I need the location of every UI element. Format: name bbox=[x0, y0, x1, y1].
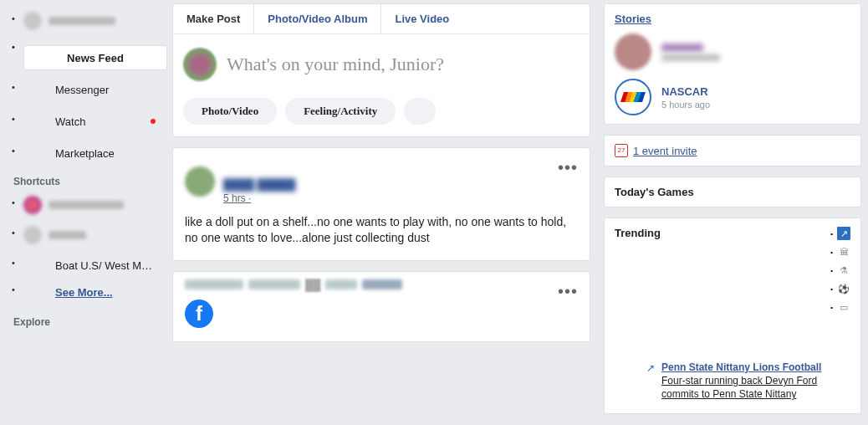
post-author-link[interactable]: ████ █████ bbox=[223, 178, 296, 191]
trending-tab-sports[interactable]: ⚽ bbox=[837, 282, 850, 295]
composer-avatar bbox=[183, 48, 217, 81]
tab-photo-album[interactable]: Photo/Video Album bbox=[254, 4, 381, 33]
shortcut-label: Boat U.S/ West M… bbox=[55, 259, 152, 272]
story-avatar bbox=[615, 33, 651, 70]
stories-heading[interactable]: Stories bbox=[615, 13, 850, 25]
composer-tabs: Make Post Photo/Video Album Live Video bbox=[173, 4, 590, 34]
event-invite-link[interactable]: 1 event invite bbox=[633, 145, 697, 157]
post-meta: ██ bbox=[305, 279, 320, 291]
post-meta[interactable] bbox=[185, 279, 243, 289]
trending-tab-science[interactable]: ⚗ bbox=[837, 264, 850, 277]
tab-make-post[interactable]: Make Post bbox=[173, 4, 254, 33]
story-name bbox=[661, 44, 703, 52]
sidebar-item-label: Messenger bbox=[55, 84, 109, 96]
see-more-link[interactable]: See More... bbox=[8, 279, 172, 305]
post-menu-button[interactable]: ••• bbox=[558, 158, 578, 177]
trending-card: Trending •↗ •🏛 •⚗ •⚽ •▭ ↗ Penn State Nit… bbox=[604, 218, 861, 414]
composer-card: Make Post Photo/Video Album Live Video W… bbox=[172, 3, 590, 137]
stories-card: Stories NASCAR 5 hours ago bbox=[604, 3, 861, 125]
shortcut-label bbox=[49, 231, 86, 239]
post-meta[interactable] bbox=[362, 279, 402, 289]
story-name: NASCAR bbox=[661, 85, 710, 98]
sidebar-item-label: News Feed bbox=[67, 52, 124, 64]
sidebar-item-messenger[interactable]: Messenger bbox=[8, 77, 172, 102]
trending-arrow-icon: ↗ bbox=[646, 361, 655, 375]
trending-description: Four-star running back Devyn Ford commit… bbox=[661, 375, 817, 400]
shortcut-icon bbox=[23, 196, 42, 214]
story-avatar bbox=[615, 79, 651, 115]
story-item[interactable]: NASCAR 5 hours ago bbox=[615, 79, 850, 115]
story-time: 5 hours ago bbox=[661, 100, 710, 110]
sidebar-item-marketplace[interactable]: Marketplace bbox=[8, 141, 172, 166]
sidebar-item-news-feed[interactable]: News Feed bbox=[23, 45, 167, 70]
composer-more-button[interactable] bbox=[404, 98, 436, 125]
calendar-icon: 27 bbox=[615, 144, 628, 157]
shortcuts-heading: Shortcuts bbox=[13, 176, 172, 187]
post-card: ██ ••• f bbox=[172, 271, 590, 342]
todays-games-heading: Today's Games bbox=[615, 186, 850, 198]
post-card: ████ █████ 5 hrs · ••• like a doll put o… bbox=[172, 147, 590, 261]
profile-name bbox=[49, 17, 115, 25]
story-item[interactable] bbox=[615, 33, 850, 70]
trending-tab-entertainment[interactable]: ▭ bbox=[837, 300, 850, 314]
shortcut-label bbox=[49, 201, 124, 209]
trending-heading: Trending bbox=[615, 227, 661, 239]
post-timestamp[interactable]: 5 hrs · bbox=[223, 192, 296, 204]
main-feed: Make Post Photo/Video Album Live Video W… bbox=[172, 0, 590, 425]
feeling-activity-button[interactable]: Feeling/Activity bbox=[285, 98, 396, 125]
facebook-icon: f bbox=[185, 300, 213, 328]
trending-category-icons: •↗ •🏛 •⚗ •⚽ •▭ bbox=[830, 227, 850, 314]
explore-heading: Explore bbox=[13, 316, 172, 328]
story-time bbox=[661, 54, 720, 61]
notification-dot bbox=[151, 119, 156, 124]
post-author-avatar[interactable] bbox=[185, 166, 215, 197]
post-content: like a doll put on a shelf...no one want… bbox=[173, 214, 590, 260]
sidebar-profile[interactable] bbox=[8, 8, 172, 33]
trending-item[interactable]: ↗ Penn State Nittany Lions Football Four… bbox=[615, 361, 850, 402]
todays-games-card: Today's Games bbox=[604, 177, 861, 207]
composer-input[interactable]: What's on your mind, Junior? bbox=[227, 54, 444, 75]
trending-tab-politics[interactable]: 🏛 bbox=[837, 245, 850, 259]
post-meta[interactable] bbox=[248, 279, 300, 289]
post-menu-button[interactable]: ••• bbox=[558, 282, 578, 301]
left-sidebar: ••• • News Feed Messenger Watch Marketpl… bbox=[0, 0, 172, 425]
sidebar-item-watch[interactable]: Watch bbox=[8, 109, 172, 134]
right-sidebar: Stories NASCAR 5 hours ago 27 1 event in… bbox=[604, 0, 861, 425]
tab-live-video[interactable]: Live Video bbox=[381, 4, 462, 33]
sidebar-item-label: Marketplace bbox=[55, 147, 115, 160]
nascar-logo bbox=[620, 92, 646, 102]
shortcut-item[interactable]: Boat U.S/ West M… bbox=[8, 253, 172, 278]
trending-title: Penn State Nittany Lions Football bbox=[661, 361, 821, 373]
events-card: 27 1 event invite bbox=[604, 135, 861, 166]
avatar bbox=[23, 12, 42, 30]
shortcut-item[interactable] bbox=[8, 192, 172, 218]
photo-video-button[interactable]: Photo/Video bbox=[183, 98, 277, 125]
trending-tab-top[interactable]: ↗ bbox=[837, 227, 850, 240]
post-meta[interactable] bbox=[325, 279, 357, 289]
shortcut-icon bbox=[23, 226, 42, 244]
sidebar-item-label: Watch bbox=[55, 115, 85, 128]
shortcut-item[interactable] bbox=[8, 223, 172, 248]
